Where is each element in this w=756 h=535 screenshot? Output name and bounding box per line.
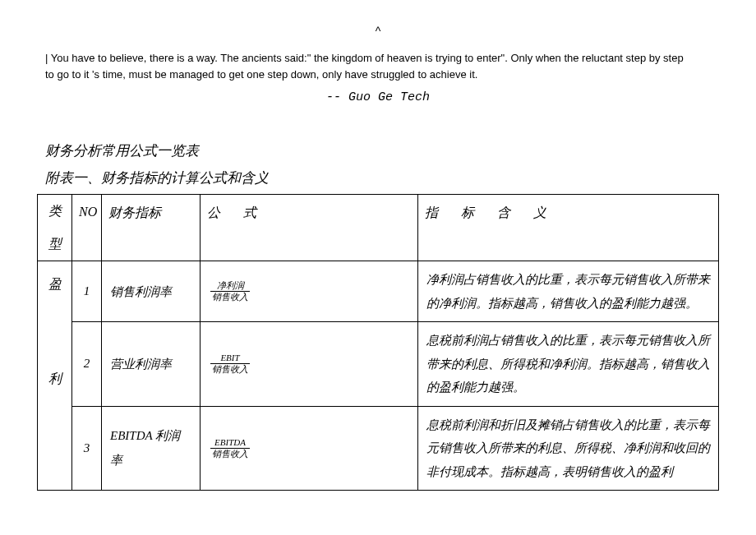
fraction-numerator: 净利润 — [210, 280, 250, 292]
table-row: 盈 利 1 销售利润率 净利润 销售收入 净利润占销售收入的比重，表示每元销售收… — [38, 261, 719, 322]
fraction-numerator: EBIT — [210, 353, 250, 364]
row-no: 2 — [72, 322, 102, 407]
row-no: 3 — [72, 406, 102, 491]
fraction-denominator: 销售收入 — [210, 449, 250, 459]
type-char-1: 盈 — [38, 270, 71, 291]
row-no: 1 — [72, 261, 102, 322]
header-indicator: 财务指标 — [102, 195, 201, 261]
top-caret: ^ — [37, 25, 719, 38]
fraction: EBIT 销售收入 — [210, 353, 250, 375]
fraction-denominator: 销售收入 — [210, 364, 250, 375]
title-main: 财务分析常用公式一览表 — [37, 141, 719, 160]
intro-line2: to go to it 's time, must be managed to … — [45, 68, 477, 81]
intro-line1: | You have to believe, there is a way. T… — [45, 52, 684, 64]
header-type: 类 型 — [38, 195, 72, 261]
table-header-row: 类 型 NO 财务指标 公 式 指 标 含 义 — [38, 195, 719, 261]
author-attribution: -- Guo Ge Tech — [37, 90, 719, 104]
row-formula: EBIT 销售收入 — [201, 322, 418, 407]
intro-paragraph: | You have to believe, there is a way. T… — [37, 50, 719, 82]
title-sub: 附表一、财务指标的计算公式和含义 — [37, 168, 719, 187]
row-formula: EBITDA 销售收入 — [201, 406, 418, 491]
fraction-denominator: 销售收入 — [210, 292, 250, 302]
row-indicator: 营业利润率 — [102, 322, 201, 407]
header-type-top: 类 — [48, 204, 62, 218]
row-meaning: 息税前利润占销售收入的比重，表示每元销售收入所带来的利息、所得税和净利润。指标越… — [418, 322, 719, 407]
row-indicator: EBITDA 利润率 — [102, 406, 201, 491]
header-type-bottom: 型 — [48, 237, 62, 251]
table-row: 3 EBITDA 利润率 EBITDA 销售收入 息税前利润和折旧及摊销占销售收… — [38, 406, 719, 491]
row-formula: 净利润 销售收入 — [201, 261, 418, 322]
row-meaning: 净利润占销售收入的比重，表示每元销售收入所带来的净利润。指标越高，销售收入的盈利… — [418, 261, 719, 322]
fraction-numerator: EBITDA — [210, 437, 250, 449]
fraction: 净利润 销售收入 — [210, 280, 250, 302]
table-row: 2 营业利润率 EBIT 销售收入 息税前利润占销售收入的比重，表示每元销售收入… — [38, 322, 719, 407]
row-meaning: 息税前利润和折旧及摊销占销售收入的比重，表示每元销售收入所带来的利息、所得税、净… — [418, 406, 719, 491]
type-char-2: 利 — [38, 372, 71, 394]
financial-indicators-table: 类 型 NO 财务指标 公 式 指 标 含 义 盈 利 1 销售利润率 净利润 … — [37, 194, 719, 491]
header-meaning: 指 标 含 义 — [418, 195, 719, 261]
header-no: NO — [72, 195, 102, 261]
fraction: EBITDA 销售收入 — [210, 437, 250, 459]
header-formula: 公 式 — [201, 195, 418, 261]
type-cell: 盈 利 — [38, 261, 72, 491]
row-indicator: 销售利润率 — [102, 261, 201, 322]
